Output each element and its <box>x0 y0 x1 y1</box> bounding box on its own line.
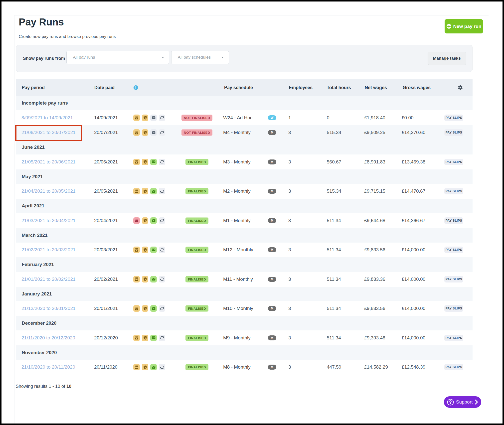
sync-icon[interactable] <box>159 159 165 165</box>
payslips-cell: PAY SLIPS <box>444 305 463 312</box>
section-header-row: February 2021 <box>16 257 473 272</box>
sync-icon[interactable] <box>159 305 165 312</box>
pay-period-link[interactable]: 21/12/2020 to 20/01/2021 <box>21 306 76 311</box>
envelope-icon[interactable] <box>150 364 157 370</box>
pay-slips-button[interactable]: PAY SLIPS <box>444 159 463 165</box>
pay-period-link[interactable]: 21/01/2021 to 20/02/2021 <box>21 277 76 282</box>
sync-icon[interactable] <box>159 364 165 370</box>
employees-cell: 3 <box>288 218 291 223</box>
content-top-divider <box>14 15 489 15</box>
pay-slips-button[interactable]: PAY SLIPS <box>444 217 463 224</box>
pay-period-link[interactable]: 21/06/2021 to 20/07/2021 <box>21 130 76 135</box>
inbox-icon[interactable] <box>133 305 140 312</box>
inbox-icon[interactable] <box>133 159 140 165</box>
pay-slips-button[interactable]: PAY SLIPS <box>444 276 463 283</box>
section-header-row: June 2021 <box>16 140 473 154</box>
envelope-icon[interactable] <box>150 276 157 283</box>
shield-icon[interactable] <box>142 129 148 136</box>
sync-icon[interactable] <box>159 217 165 224</box>
support-button[interactable]: Support <box>444 396 481 408</box>
schedule-frequency-pill: M <box>268 189 276 194</box>
shield-icon[interactable] <box>142 159 148 165</box>
page-subtitle: Create new pay runs and browse previous … <box>19 34 116 39</box>
employees-cell: 1 <box>288 115 291 121</box>
pay-period-cell: 21/04/2021 to 20/05/2021 <box>21 188 76 194</box>
pay-schedule-cell: M12 - Monthly <box>223 247 253 253</box>
pay-period-link[interactable]: 21/11/2020 to 20/12/2020 <box>21 335 75 340</box>
pay-period-link[interactable]: 21/10/2020 to 20/11/2020 <box>21 364 75 370</box>
pay-slips-button[interactable]: PAY SLIPS <box>444 364 463 370</box>
manage-tasks-button[interactable]: Manage tasks <box>428 52 466 65</box>
envelope-icon[interactable] <box>150 115 157 121</box>
status-icons-cell <box>133 364 165 370</box>
schedule-frequency-cell: M <box>268 306 276 311</box>
table-body: Incomplete pay runs8/09/2021 to 14/09/20… <box>16 96 473 375</box>
gear-icon[interactable] <box>458 85 463 90</box>
pay-period-link[interactable]: 8/09/2021 to 14/09/2021 <box>21 115 73 120</box>
employees-cell: 3 <box>288 247 291 253</box>
pay-period-link[interactable]: 21/04/2021 to 20/05/2021 <box>21 188 76 194</box>
sync-icon[interactable] <box>159 247 165 253</box>
pay-period-cell: 21/01/2021 to 20/02/2021 <box>21 277 76 282</box>
envelope-icon[interactable] <box>150 217 157 224</box>
envelope-icon[interactable] <box>150 335 157 341</box>
inbox-icon[interactable] <box>133 188 140 194</box>
inbox-icon[interactable] <box>133 129 140 136</box>
envelope-icon[interactable] <box>150 305 157 312</box>
inbox-icon[interactable] <box>133 115 140 121</box>
column-header-date-paid: Date paid <box>94 85 115 90</box>
schedule-frequency-pill: M <box>268 159 276 164</box>
pay-run-row: 21/03/2021 to 20/04/202120/04/2021FINALI… <box>16 213 473 228</box>
pay-slips-button[interactable]: PAY SLIPS <box>444 115 463 121</box>
status-badge: FINALISED <box>185 188 208 194</box>
envelope-icon[interactable] <box>150 159 157 165</box>
sync-icon[interactable] <box>159 129 165 136</box>
section-label: June 2021 <box>22 144 45 150</box>
pay-slips-button[interactable]: PAY SLIPS <box>444 188 463 194</box>
pay-period-link[interactable]: 21/02/2021 to 20/03/2021 <box>21 247 76 252</box>
shield-icon[interactable] <box>142 188 148 194</box>
status-icons-cell <box>133 217 165 224</box>
envelope-icon[interactable] <box>150 247 157 253</box>
pay-slips-button[interactable]: PAY SLIPS <box>444 335 463 341</box>
pay-slips-button[interactable]: PAY SLIPS <box>444 129 463 136</box>
pay-slips-button[interactable]: PAY SLIPS <box>444 247 463 253</box>
pay-runs-page: Pay Runs Create new pay runs and browse … <box>1 1 503 424</box>
pay-slips-button[interactable]: PAY SLIPS <box>444 305 463 312</box>
inbox-icon[interactable] <box>133 247 140 253</box>
pay-period-cell: 21/05/2021 to 20/06/2021 <box>21 159 76 165</box>
shield-icon[interactable] <box>142 276 148 283</box>
pay-period-link[interactable]: 21/05/2021 to 20/06/2021 <box>21 159 76 164</box>
employees-cell: 3 <box>288 306 291 311</box>
column-header-gross-wages: Gross wages <box>403 85 431 90</box>
shield-icon[interactable] <box>142 335 148 341</box>
status-cell: FINALISED <box>179 364 214 370</box>
info-icon[interactable] <box>133 85 139 90</box>
shield-icon[interactable] <box>142 217 148 224</box>
inbox-icon[interactable] <box>133 276 140 283</box>
inbox-icon[interactable] <box>133 217 140 224</box>
date-paid-cell: 20/11/2020 <box>94 364 118 370</box>
sync-icon[interactable] <box>159 276 165 283</box>
date-paid-cell: 20/12/2020 <box>94 335 118 341</box>
inbox-icon[interactable] <box>133 335 140 341</box>
shield-icon[interactable] <box>142 364 148 370</box>
pay-schedule-cell: M9 - Monthly <box>223 335 251 341</box>
column-header-net-wages: Net wages <box>365 85 387 90</box>
shield-icon[interactable] <box>142 305 148 312</box>
sync-icon[interactable] <box>159 188 165 194</box>
inbox-icon[interactable] <box>133 364 140 370</box>
pay-runs-filter-select[interactable]: All pay runs <box>66 51 169 64</box>
sync-icon[interactable] <box>159 115 165 121</box>
total-hours-cell: 511.34 <box>327 218 341 223</box>
envelope-icon[interactable] <box>150 129 157 136</box>
shield-icon[interactable] <box>142 115 148 121</box>
question-circle-icon <box>447 399 454 406</box>
new-pay-run-button[interactable]: New pay run <box>445 19 483 33</box>
net-wages-cell: £1,918.40 <box>364 115 385 121</box>
pay-period-link[interactable]: 21/03/2021 to 20/04/2021 <box>21 218 76 223</box>
shield-icon[interactable] <box>142 247 148 253</box>
pay-schedules-filter-select[interactable]: All pay schedules <box>171 51 229 64</box>
sync-icon[interactable] <box>159 335 165 341</box>
envelope-icon[interactable] <box>150 188 157 194</box>
